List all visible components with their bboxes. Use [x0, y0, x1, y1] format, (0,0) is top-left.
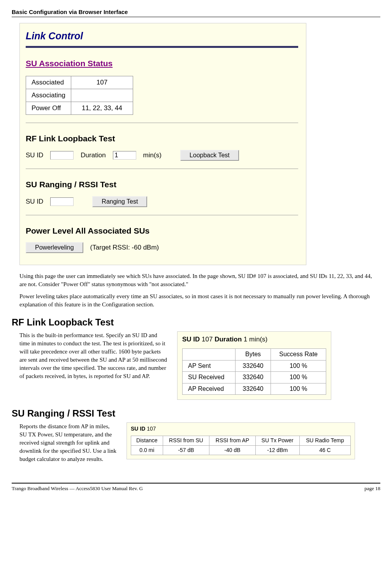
table-row: AP Received 332640 100 %: [183, 383, 326, 394]
col-header: SU Radio Temp: [299, 436, 350, 446]
col-header: [183, 349, 236, 360]
footer-right: page 18: [364, 485, 380, 492]
loopback-test-button[interactable]: Loopback Test: [180, 150, 239, 161]
cell-value: 46 C: [299, 445, 350, 455]
divider: [26, 46, 298, 48]
panel-title: Link Control: [26, 29, 298, 43]
footer-left: Trango Broadband Wireless — Access5830 U…: [12, 485, 143, 492]
row-label: AP Received: [183, 383, 236, 394]
suid-input[interactable]: [50, 197, 74, 206]
rate-value: 100 %: [271, 372, 326, 383]
powerlevel-note: (Target RSSI: -60 dBm): [90, 243, 159, 252]
cell-value: -40 dB: [209, 445, 255, 455]
assoc-label: Power Off: [26, 102, 71, 114]
ranging-result-panel: SU ID 107 Distance RSSI from SU RSSI fro…: [127, 422, 355, 460]
link-control-panel: Link Control SU Association Status Assoc…: [19, 23, 306, 265]
ranging-test-button[interactable]: Ranging Test: [92, 196, 147, 207]
suid-label: SU ID: [131, 426, 145, 432]
table-row: SU Received 332640 100 %: [183, 372, 326, 383]
suid-input[interactable]: [50, 151, 74, 160]
col-header: RSSI from SU: [163, 436, 209, 446]
duration-unit: min(s): [143, 151, 162, 160]
ranging-text: Reports the distance from AP in miles, S…: [19, 422, 117, 463]
cell-value: 0.0 mi: [131, 445, 163, 455]
bytes-value: 332640: [235, 372, 271, 383]
loopback-text: This is the built-in performance test. S…: [19, 331, 167, 380]
suid-value: 107: [147, 426, 156, 432]
loopback-result-panel: SU ID 107 Duration 1 min(s) Bytes Succes…: [177, 331, 331, 400]
assoc-label: Associating: [26, 89, 71, 102]
body-paragraph: Power leveling takes place automatically…: [19, 292, 373, 309]
duration-label: Duration: [214, 336, 242, 343]
cell-value: -57 dB: [163, 445, 209, 455]
su-association-table: Associated 107 Associating Power Off 11,…: [26, 76, 133, 114]
assoc-value: 11, 22, 33, 44: [71, 102, 133, 114]
page-header: Basic Configuration via Browser Interfac…: [12, 8, 380, 17]
loopback-result-header: SU ID 107 Duration 1 min(s): [182, 335, 326, 344]
row-label: SU Received: [183, 372, 236, 383]
bytes-value: 332640: [235, 360, 271, 371]
table-header-row: Distance RSSI from SU RSSI from AP SU Tx…: [131, 436, 351, 446]
col-header: Success Rate: [271, 349, 326, 360]
col-header: SU Tx Power: [255, 436, 299, 446]
suid-label: SU ID: [26, 151, 43, 160]
rate-value: 100 %: [271, 360, 326, 371]
bytes-value: 332640: [235, 383, 271, 394]
ranging-form: SU ID Ranging Test: [26, 196, 298, 207]
ranging-result-table: Distance RSSI from SU RSSI from AP SU Tx…: [131, 436, 351, 455]
assoc-value: [71, 89, 133, 102]
body-paragraph: Using this page the user can immediately…: [19, 272, 373, 288]
cell-value: -12 dBm: [255, 445, 299, 455]
table-row: Associated 107: [26, 76, 133, 89]
row-label: AP Sent: [183, 360, 236, 371]
assoc-value: 107: [71, 76, 133, 89]
duration-label: Duration: [81, 151, 105, 160]
table-row: AP Sent 332640 100 %: [183, 360, 326, 371]
col-header: Distance: [131, 436, 163, 446]
col-header: Bytes: [235, 349, 271, 360]
divider: [26, 215, 298, 215]
suid-label: SU ID: [26, 197, 43, 206]
loopback-doc-heading: RF Link Loopback Test: [12, 316, 380, 329]
page-footer: Trango Broadband Wireless — Access5830 U…: [12, 483, 380, 492]
suid-value: 107: [202, 336, 213, 343]
loopback-result-table: Bytes Success Rate AP Sent 332640 100 % …: [182, 348, 326, 395]
divider: [26, 169, 298, 169]
table-header-row: Bytes Success Rate: [183, 349, 326, 360]
powerleveling-button[interactable]: Powerleveling: [26, 242, 83, 253]
table-row: Power Off 11, 22, 33, 44: [26, 102, 133, 114]
powerlevel-form: Powerleveling (Target RSSI: -60 dBm): [26, 242, 298, 253]
duration-input[interactable]: [113, 151, 136, 160]
assoc-label: Associated: [26, 76, 71, 89]
suid-label: SU ID: [182, 336, 200, 343]
duration-value: 1 min(s): [244, 336, 267, 343]
ranging-doc-heading: SU Ranging / RSSI Test: [12, 407, 380, 420]
table-row: 0.0 mi -57 dB -40 dB -12 dBm 46 C: [131, 445, 351, 455]
su-association-heading: SU Association Status: [26, 58, 298, 69]
col-header: RSSI from AP: [209, 436, 255, 446]
loopback-heading: RF Link Loopback Test: [26, 133, 298, 144]
table-row: Associating: [26, 89, 133, 102]
rate-value: 100 %: [271, 383, 326, 394]
powerlevel-heading: Power Level All Associated SUs: [26, 225, 298, 236]
ranging-heading: SU Ranging / RSSI Test: [26, 179, 298, 190]
loopback-form: SU ID Duration min(s) Loopback Test: [26, 150, 298, 161]
divider: [26, 123, 298, 123]
ranging-result-header: SU ID 107: [131, 425, 351, 433]
